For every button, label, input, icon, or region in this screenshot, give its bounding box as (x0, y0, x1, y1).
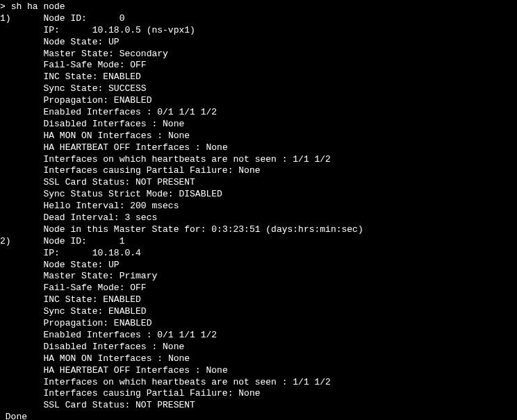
label: Fail-Safe Mode: (43, 60, 124, 70)
value: 200 msecs (130, 201, 179, 211)
label: Disabled Interfaces : (43, 119, 157, 129)
label: HA HEARTBEAT OFF Interfaces : (43, 365, 200, 376)
node2-heartbeat-off: HA HEARTBEAT OFF Interfaces : None (0, 365, 517, 377)
label: Interfaces causing Partial Failure: (43, 165, 233, 176)
value: 0/1 1/1 1/2 (157, 330, 217, 340)
node1-failsafe: Fail-Safe Mode: OFF (0, 60, 517, 72)
label: SSL Card Status: (43, 400, 130, 410)
value: ENABLED (114, 318, 152, 328)
label: Sync State: (43, 306, 103, 317)
label: Interfaces on which heartbeats are not s… (43, 377, 287, 387)
value: 10.18.0.4 (92, 248, 141, 258)
label: IP: (43, 248, 59, 258)
node1-prop: Propagation: ENABLED (0, 95, 517, 107)
node2-inc: INC State: ENABLED (0, 294, 517, 306)
value: 3 secs (124, 212, 157, 223)
value: ENABLED (103, 294, 141, 305)
node1-state: Node State: UP (0, 37, 517, 49)
label: Dead Interval: (43, 212, 119, 223)
value: 1/1 1/2 (293, 377, 331, 387)
node1-sync: Sync State: SUCCESS (0, 83, 517, 95)
node2-ip: IP: 10.18.0.4 (0, 248, 517, 260)
command-text: sh ha node (11, 1, 65, 12)
value: OFF (130, 60, 146, 70)
label: Propagation: (43, 95, 108, 106)
command-line: > sh ha node (0, 1, 517, 13)
label: Node in this Master State for: (43, 224, 206, 235)
label: Node ID: (43, 13, 86, 24)
value: ENABLED (114, 95, 152, 106)
value: ENABLED (108, 306, 147, 317)
value: 1/1 1/2 (293, 154, 331, 165)
label: Fail-Safe Mode: (43, 283, 124, 293)
node1-master: Master State: Secondary (0, 49, 517, 60)
node1-disabled-if: Disabled Interfaces : None (0, 119, 517, 131)
label: Node ID: (43, 236, 86, 246)
label: HA MON ON Interfaces : (43, 353, 163, 364)
node2-failsafe: Fail-Safe Mode: OFF (0, 283, 517, 294)
node2-partial-failure: Interfaces causing Partial Failure: None (0, 388, 517, 400)
node2-sync: Sync State: ENABLED (0, 306, 517, 318)
node2-prop: Propagation: ENABLED (0, 318, 517, 330)
value: None (238, 165, 260, 176)
node2-heartbeat-notseen: Interfaces on which heartbeats are not s… (0, 377, 517, 389)
value: None (168, 353, 190, 364)
label: HA MON ON Interfaces : (43, 131, 163, 141)
node1-ip: IP: 10.18.0.5 (ns-vpx1) (0, 25, 517, 37)
node2-ssl: SSL Card Status: NOT PRESENT (0, 400, 517, 412)
node1-sync-strict: Sync Status Strict Mode: DISABLED (0, 189, 517, 201)
label: SSL Card Status: (43, 177, 130, 187)
label: Sync Status Strict Mode: (43, 189, 173, 199)
node1-dead: Dead Interval: 3 secs (0, 212, 517, 224)
value: Secondary (120, 49, 168, 59)
label: Hello Interval: (43, 201, 124, 211)
node2-disabled-if: Disabled Interfaces : None (0, 342, 517, 353)
node1-uptime: Node in this Master State for: 0:3:23:51… (0, 224, 517, 236)
value: 1 (120, 236, 125, 246)
value: 0/1 1/1 1/2 (157, 107, 217, 117)
node1-enabled-if: Enabled Interfaces : 0/1 1/1 1/2 (0, 107, 517, 119)
label: Disabled Interfaces : (43, 342, 157, 352)
value: UP (108, 37, 120, 47)
node1-partial-failure: Interfaces causing Partial Failure: None (0, 165, 517, 177)
terminal-output: > sh ha node 1) Node ID: 0 IP: 10.18.0.5… (0, 1, 517, 420)
label: Sync State: (43, 83, 103, 94)
value: None (206, 365, 227, 376)
label: Enabled Interfaces : (43, 107, 151, 117)
node1-heartbeat-notseen: Interfaces on which heartbeats are not s… (0, 154, 517, 166)
node1-hello: Hello Interval: 200 msecs (0, 201, 517, 212)
node2-master: Master State: Primary (0, 271, 517, 283)
value: UP (108, 260, 120, 270)
label: Interfaces causing Partial Failure: (43, 388, 233, 398)
value: 10.18.0.5 (ns-vpx1) (92, 25, 195, 35)
node1-hamon: HA MON ON Interfaces : None (0, 131, 517, 142)
value: 0:3:23:51 (days:hrs:min:sec) (211, 224, 363, 235)
label: Enabled Interfaces : (43, 330, 151, 340)
value: None (206, 142, 227, 153)
node2-index: 2) (0, 236, 11, 246)
value: Primary (120, 271, 158, 281)
label: Master State: (43, 49, 113, 59)
value: ENABLED (103, 72, 141, 82)
label: Node State: (43, 260, 103, 270)
value: None (163, 119, 184, 129)
label: Interfaces on which heartbeats are not s… (43, 154, 287, 165)
label: HA HEARTBEAT OFF Interfaces : (43, 142, 200, 153)
node1-heartbeat-off: HA HEARTBEAT OFF Interfaces : None (0, 142, 517, 154)
node2-hamon: HA MON ON Interfaces : None (0, 353, 517, 365)
node1-ssl: SSL Card Status: NOT PRESENT (0, 177, 517, 189)
value: 0 (120, 13, 125, 24)
value: DISABLED (179, 189, 222, 199)
value: None (168, 131, 190, 141)
value: NOT PRESENT (136, 400, 195, 410)
value: NOT PRESENT (136, 177, 195, 187)
value: None (238, 388, 260, 398)
value: SUCCESS (108, 83, 147, 94)
node1-index: 1) (0, 13, 11, 24)
label: INC State: (43, 72, 97, 82)
label: IP: (43, 25, 59, 35)
node1-inc: INC State: ENABLED (0, 72, 517, 83)
label: Propagation: (43, 318, 108, 328)
node2-state: Node State: UP (0, 260, 517, 271)
label: INC State: (43, 294, 97, 305)
